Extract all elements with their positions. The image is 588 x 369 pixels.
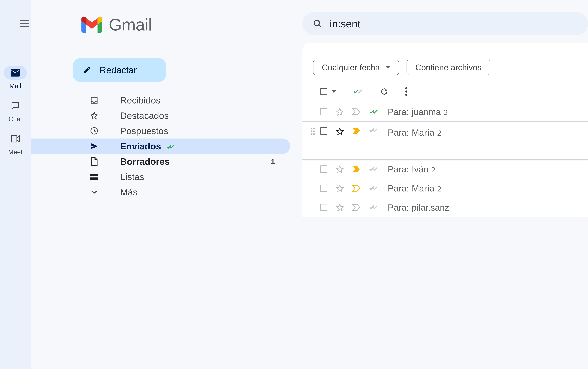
- nav-label: Recibidos: [120, 95, 160, 106]
- rail-label-chat: Chat: [9, 115, 22, 123]
- chevron-down-icon: [90, 190, 99, 194]
- row-checkbox[interactable]: [320, 184, 327, 192]
- main-menu-button[interactable]: [20, 20, 29, 27]
- email-list: Para: juanma 2 Para: María 2: [302, 102, 588, 217]
- send-icon: [90, 142, 99, 150]
- sidebar-item-snoozed[interactable]: Pospuestos: [31, 123, 290, 139]
- product-name: Gmail: [109, 15, 152, 34]
- chat-icon: [11, 101, 20, 110]
- drag-handle-icon[interactable]: [310, 127, 315, 135]
- svg-point-11: [311, 133, 312, 135]
- filter-chip-date[interactable]: Cualquier fecha: [313, 60, 399, 75]
- inbox-icon: [90, 96, 99, 104]
- refresh-button[interactable]: [380, 88, 388, 95]
- sidebar-item-more[interactable]: Más: [31, 184, 290, 200]
- row-checkbox[interactable]: [320, 204, 327, 211]
- stack-icon: [90, 174, 99, 180]
- clock-icon: [90, 127, 99, 135]
- email-recipient: Para: María 2: [388, 127, 441, 138]
- sidebar: Gmail Redactar Recibidos Destacados Posp…: [31, 0, 302, 369]
- main-area: Cualquier fecha Contiene archivos: [302, 0, 588, 369]
- star-toggle[interactable]: [336, 203, 344, 211]
- sidebar-item-lists[interactable]: Listas: [31, 169, 290, 184]
- nav-label: Destacados: [120, 110, 169, 121]
- filter-chip-attachments[interactable]: Contiene archivos: [407, 60, 490, 75]
- star-toggle[interactable]: [336, 184, 344, 192]
- app-rail: Mail Chat Meet: [0, 0, 31, 369]
- star-toggle[interactable]: [336, 108, 344, 116]
- search-bar[interactable]: [302, 12, 588, 35]
- rail-label-meet: Meet: [8, 148, 22, 156]
- svg-point-4: [405, 87, 407, 89]
- double-check-icon: [166, 144, 177, 150]
- chip-label: Cualquier fecha: [322, 62, 380, 72]
- nav-label: Pospuestos: [120, 126, 168, 136]
- importance-marker[interactable]: [352, 108, 360, 115]
- select-all[interactable]: [320, 88, 336, 95]
- nav-label: Listas: [120, 172, 144, 182]
- mail-icon: [10, 69, 20, 77]
- importance-marker[interactable]: [352, 166, 360, 173]
- email-recipient: Para: pilar.sanz: [388, 202, 452, 213]
- svg-point-8: [313, 128, 315, 129]
- importance-marker[interactable]: [352, 185, 360, 192]
- sidebar-item-inbox[interactable]: Recibidos: [31, 92, 290, 108]
- read-status-icon: [368, 109, 379, 115]
- svg-point-10: [313, 130, 315, 132]
- hamburger-icon: [20, 20, 29, 27]
- star-toggle[interactable]: [336, 165, 344, 173]
- rail-label-mail: Mail: [9, 82, 21, 90]
- search-input[interactable]: [330, 18, 588, 30]
- star-toggle[interactable]: [336, 127, 344, 135]
- row-checkbox[interactable]: [320, 108, 327, 115]
- compose-button[interactable]: Redactar: [73, 58, 166, 82]
- row-checkbox[interactable]: [320, 127, 327, 135]
- svg-point-7: [311, 128, 312, 129]
- list-toolbar: [302, 83, 588, 102]
- email-row[interactable]: Para: María 2: [302, 179, 588, 198]
- svg-rect-1: [90, 174, 98, 176]
- importance-marker[interactable]: [352, 127, 360, 134]
- svg-point-3: [314, 20, 319, 26]
- sidebar-item-sent[interactable]: Enviados: [31, 139, 290, 154]
- sidebar-item-drafts[interactable]: Borradores 1: [31, 154, 290, 169]
- svg-point-9: [311, 130, 312, 132]
- email-row[interactable]: Para: juanma 2: [302, 102, 588, 121]
- meet-icon: [10, 135, 20, 143]
- sidebar-item-starred[interactable]: Destacados: [31, 108, 290, 123]
- importance-marker[interactable]: [352, 204, 360, 211]
- svg-point-6: [405, 94, 407, 96]
- read-status-icon: [368, 205, 379, 210]
- rail-item-chat[interactable]: Chat: [4, 99, 27, 123]
- svg-point-5: [405, 91, 407, 92]
- svg-rect-2: [90, 177, 98, 180]
- row-checkbox[interactable]: [320, 165, 327, 173]
- chip-label: Contiene archivos: [415, 62, 482, 72]
- email-row[interactable]: Para: pilar.sanz: [302, 198, 588, 217]
- read-status-icon: [368, 166, 379, 172]
- gmail-logo-icon: [81, 17, 103, 33]
- checkbox-icon: [320, 88, 327, 95]
- nav-label: Más: [120, 187, 137, 197]
- rail-item-meet[interactable]: Meet: [4, 132, 27, 156]
- logo[interactable]: Gmail: [31, 9, 302, 40]
- refresh-icon: [380, 88, 388, 95]
- rail-item-mail[interactable]: Mail: [4, 66, 27, 90]
- email-recipient: Para: María 2: [388, 183, 441, 194]
- nav-label: Enviados: [120, 141, 177, 152]
- read-status-icon: [368, 185, 379, 191]
- more-actions-button[interactable]: [405, 87, 407, 96]
- search-icon: [313, 19, 322, 29]
- chevron-down-icon: [386, 66, 390, 69]
- chevron-down-icon: [332, 90, 336, 93]
- pencil-icon: [83, 66, 91, 74]
- nav-count: 1: [271, 157, 275, 166]
- filter-chips: Cualquier fecha Contiene archivos: [302, 43, 588, 83]
- read-status-icon: [368, 127, 379, 133]
- email-row[interactable]: Para: María 2: [302, 121, 588, 160]
- read-receipts-button[interactable]: [353, 88, 364, 95]
- draft-icon: [90, 157, 99, 166]
- email-row[interactable]: Para: Iván 2: [302, 160, 588, 179]
- compose-label: Redactar: [100, 65, 137, 75]
- more-vert-icon: [405, 87, 407, 96]
